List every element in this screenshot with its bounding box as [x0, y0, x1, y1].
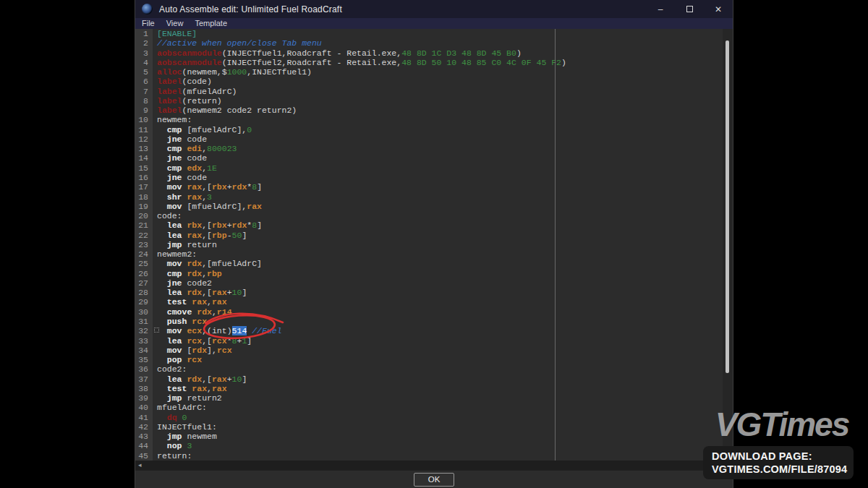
code-text: alloc(newmem,$1000,INJECTfuel1) [153, 67, 312, 77]
vgtimes-watermark-logo: VGTimes [710, 405, 854, 444]
code-text: mov [rdx],rcx [153, 346, 232, 355]
code-line: 28 lea rdx,[rax+10] [135, 288, 723, 297]
line-number: 40 [135, 403, 153, 412]
code-line: 37 lea rdx,[rax+10] [135, 374, 723, 384]
editor-zone: 1[ENABLE]2//active when open/close Tab m… [135, 29, 733, 461]
line-number: 21 [135, 221, 153, 230]
line-number: 9 [135, 106, 153, 115]
vertical-scrollbar[interactable] [723, 29, 733, 461]
menu-item-view[interactable]: View [161, 18, 190, 29]
code-text: label(code) [153, 77, 212, 86]
cheat-engine-app-icon [142, 4, 153, 14]
line-number: 23 [135, 240, 153, 249]
code-text: jne code [153, 173, 207, 182]
line-number: 34 [135, 346, 153, 355]
window-title: Auto Assemble edit: Unlimited Fuel RoadC… [159, 4, 342, 14]
code-line: 32 mov ecx,(int)514 //Fuel [135, 326, 723, 335]
line-number: 29 [135, 297, 153, 307]
code-text: code: [153, 211, 182, 221]
code-text: aobscanmodule(INJECTfuel1,Roadcraft - Re… [153, 48, 522, 58]
code-text: pop rcx [153, 355, 202, 364]
code-line: 29 test rax,rax [135, 297, 723, 307]
line-number: 14 [135, 153, 153, 163]
line-number: 32 [135, 326, 153, 335]
close-button[interactable]: ✕ [704, 0, 733, 18]
line-number: 26 [135, 269, 153, 278]
code-line: 3aobscanmodule(INJECTfuel1,Roadcraft - R… [135, 48, 723, 58]
line-number: 38 [135, 384, 153, 393]
code-line: 6label(code) [135, 77, 723, 86]
line-number: 5 [135, 67, 153, 77]
line-number: 45 [135, 451, 153, 461]
code-line: 41 dq 0 [135, 413, 723, 422]
code-line: 38 test rax,rax [135, 384, 723, 393]
code-line: 18 shr rax,3 [135, 192, 723, 202]
code-line: 43 jmp newmem [135, 432, 723, 441]
line-number: 18 [135, 192, 153, 202]
titlebar[interactable]: Auto Assemble edit: Unlimited Fuel RoadC… [135, 0, 733, 18]
line-number: 25 [135, 259, 153, 268]
ok-button[interactable]: OK [414, 473, 454, 487]
code-line: 4aobscanmodule(INJECTfuel2,Roadcraft - R… [135, 58, 723, 67]
code-text: INJECTfuel1: [153, 422, 217, 432]
line-number: 8 [135, 96, 153, 106]
code-line: 36code2: [135, 364, 723, 374]
line-number: 39 [135, 393, 153, 403]
code-line: 39 jmp return2 [135, 393, 723, 403]
code-line: 33 lea rcx,[rcx*8+1] [135, 336, 723, 346]
line-number: 16 [135, 173, 153, 182]
code-line: 21 lea rbx,[rbx+rdx*8] [135, 221, 723, 230]
code-text: mov rdx,[mfuelAdrC] [153, 259, 262, 268]
code-line: 24newmem2: [135, 249, 723, 259]
code-text: push rcx [153, 317, 207, 326]
code-line: 11 cmp [mfuelAdrC],0 [135, 125, 723, 134]
line-number: 4 [135, 58, 153, 67]
script-editor[interactable]: 1[ENABLE]2//active when open/close Tab m… [135, 29, 723, 461]
footer-bar: OK [135, 470, 733, 488]
code-text: //active when open/close Tab menu [153, 38, 322, 48]
line-number: 10 [135, 115, 153, 124]
code-text: code2: [153, 364, 187, 374]
minimize-button[interactable]: – [646, 0, 675, 18]
window-controls: – ✕ [646, 0, 733, 18]
menu-item-file[interactable]: File [135, 18, 161, 29]
line-number: 7 [135, 87, 153, 96]
vertical-scrollbar-thumb[interactable] [726, 40, 729, 373]
line-number: 15 [135, 163, 153, 173]
code-text: return: [153, 451, 192, 461]
line-number: 11 [135, 125, 153, 134]
line-number: 42 [135, 422, 153, 432]
line-number: 28 [135, 288, 153, 297]
line-number: 41 [135, 413, 153, 422]
maximize-button[interactable] [675, 0, 704, 18]
code-line: 9label(newmem2 code2 return2) [135, 106, 723, 115]
code-line: 2//active when open/close Tab menu [135, 38, 723, 48]
code-line: 14 jne code [135, 153, 723, 163]
code-line: 1[ENABLE] [135, 29, 723, 38]
code-text: lea rbx,[rbx+rdx*8] [153, 221, 262, 230]
gutter-marker[interactable] [154, 328, 159, 333]
line-number: 30 [135, 307, 153, 317]
code-line: 15 cmp edx,1E [135, 163, 723, 173]
horizontal-scrollbar[interactable]: ◂ [135, 461, 733, 470]
scroll-left-arrow-icon[interactable]: ◂ [135, 461, 142, 470]
line-number: 31 [135, 317, 153, 326]
code-text: cmp [mfuelAdrC],0 [153, 125, 252, 134]
code-text: cmp rdx,rbp [153, 269, 222, 278]
code-text: jne code2 [153, 278, 212, 288]
code-text: lea rdx,[rax+10] [153, 288, 247, 297]
code-text: newmem2: [153, 249, 197, 259]
right-margin-guide [555, 29, 556, 461]
code-text: cmp edi,800023 [153, 144, 237, 153]
code-line: 45return: [135, 451, 723, 461]
code-line: 22 lea rax,[rbp-50] [135, 231, 723, 240]
line-number: 20 [135, 211, 153, 221]
code-text: mov [mfuelAdrC],rax [153, 202, 262, 211]
code-line: 40mfuelAdrC: [135, 403, 723, 412]
line-number: 1 [135, 29, 153, 38]
menu-item-template[interactable]: Template [189, 18, 233, 29]
code-line: 20code: [135, 211, 723, 221]
line-number: 13 [135, 144, 153, 153]
code-line: 10newmem: [135, 115, 723, 124]
code-text: newmem: [153, 115, 192, 124]
